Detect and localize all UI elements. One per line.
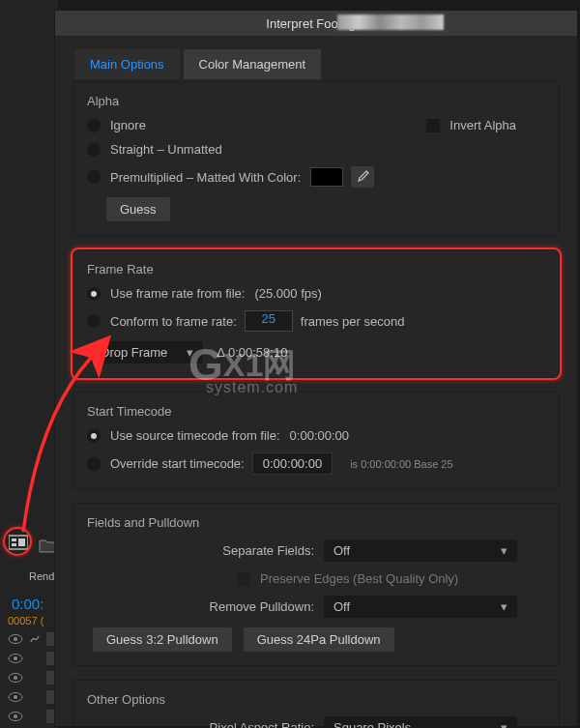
radio-use-file-framerate[interactable] xyxy=(87,287,101,301)
alpha-panel: Alpha Ignore Invert Alpha Straight – Unm… xyxy=(72,81,560,236)
par-value: Square Pixels xyxy=(334,720,411,728)
tab-main-options[interactable]: Main Options xyxy=(74,49,180,79)
radio-conform-framerate[interactable] xyxy=(87,314,101,328)
radio-premultiplied[interactable] xyxy=(87,170,101,184)
layer-visibility-row[interactable] xyxy=(8,711,23,722)
svg-point-13 xyxy=(14,695,17,699)
label-use-source-timecode: Use source timecode from file: xyxy=(110,428,280,443)
render-label: Rend xyxy=(29,570,54,582)
guess-24pa-pulldown-button[interactable]: Guess 24Pa Pulldown xyxy=(244,627,394,652)
interpret-footage-icon[interactable] xyxy=(6,530,31,555)
svg-point-9 xyxy=(14,656,17,660)
override-timecode-input[interactable]: 0:00:00:00 xyxy=(252,452,333,475)
remove-pulldown-value: Off xyxy=(334,599,350,614)
other-title: Other Options xyxy=(87,692,545,707)
radio-ignore[interactable] xyxy=(87,119,101,132)
chevron-down-icon: ▾ xyxy=(501,599,508,614)
chevron-down-icon: ▾ xyxy=(501,543,508,558)
svg-point-15 xyxy=(14,714,17,718)
title-bar: Interpret Footage: xyxy=(55,11,577,36)
label-conform-framerate: Conform to frame rate: xyxy=(110,314,237,329)
dropframe-dropdown[interactable]: Drop Frame ▾ xyxy=(91,341,203,364)
layer-visibility-row[interactable] xyxy=(8,672,23,684)
label-preserve-edges: Preserve Edges (Best Quality Only) xyxy=(260,571,458,586)
fps-suffix: frames per second xyxy=(301,314,405,329)
timecode-base-info: is 0:00:00:00 Base 25 xyxy=(350,458,452,470)
eyedropper-button[interactable] xyxy=(351,166,374,188)
label-invert-alpha: Invert Alpha xyxy=(450,118,516,132)
svg-rect-1 xyxy=(12,539,16,541)
radio-override-timecode[interactable] xyxy=(87,457,101,471)
other-options-panel: Other Options Pixel Aspect Ratio: Square… xyxy=(72,680,560,728)
starttc-title: Start Timecode xyxy=(87,404,545,419)
fields-title: Fields and Pulldown xyxy=(87,515,545,530)
separate-fields-dropdown[interactable]: Off ▾ xyxy=(324,539,517,562)
label-pixel-aspect-ratio: Pixel Aspect Ratio: xyxy=(87,720,314,728)
framerate-input[interactable]: 25 xyxy=(245,310,293,332)
checkbox-preserve-edges xyxy=(237,572,250,586)
source-timecode-value: 0:00:00:00 xyxy=(290,428,349,443)
label-straight: Straight – Unmatted xyxy=(110,142,222,157)
interpret-footage-dialog: Interpret Footage: Main Options Color Ma… xyxy=(54,10,578,727)
fields-pulldown-panel: Fields and Pulldown Separate Fields: Off… xyxy=(72,503,560,666)
framerate-title: Frame Rate xyxy=(87,262,545,277)
frame-display: 00057 ( xyxy=(8,615,44,626)
layer-visibility-row[interactable] xyxy=(8,653,23,664)
layer-visibility-row[interactable] xyxy=(8,691,23,703)
guess-alpha-button[interactable]: Guess xyxy=(106,197,170,221)
pixel-aspect-ratio-dropdown[interactable]: Square Pixels ▾ xyxy=(324,716,517,728)
svg-point-11 xyxy=(14,676,17,680)
timecode-display[interactable]: 0:00: xyxy=(12,596,44,612)
chevron-down-icon: ▾ xyxy=(187,345,193,360)
guess-32-pulldown-button[interactable]: Guess 3:2 Pulldown xyxy=(93,627,232,652)
svg-rect-3 xyxy=(18,539,25,546)
remove-pulldown-dropdown[interactable]: Off ▾ xyxy=(324,596,517,618)
tab-strip: Main Options Color Management xyxy=(74,49,577,79)
radio-straight[interactable] xyxy=(87,143,101,157)
alpha-title: Alpha xyxy=(87,94,545,108)
left-dock: Rend 0:00: 00057 ( xyxy=(0,0,58,728)
label-override-timecode: Override start timecode: xyxy=(110,456,245,471)
svg-rect-2 xyxy=(12,543,16,546)
label-remove-pulldown: Remove Pulldown: xyxy=(87,599,314,614)
svg-point-5 xyxy=(14,637,17,641)
label-ignore: Ignore xyxy=(110,118,146,132)
duration-delta: Δ 0:00:58:10 xyxy=(217,345,287,360)
framerate-panel: Frame Rate Use frame rate from file: (25… xyxy=(72,249,560,378)
label-separate-fields: Separate Fields: xyxy=(87,543,314,558)
radio-use-source-timecode[interactable] xyxy=(87,429,101,443)
dropframe-value: Drop Frame xyxy=(101,345,167,360)
label-premultiplied: Premultiplied – Matted With Color: xyxy=(110,170,301,185)
chevron-down-icon: ▾ xyxy=(501,720,508,728)
tab-color-management[interactable]: Color Management xyxy=(184,49,322,79)
label-use-file-framerate: Use frame rate from file: xyxy=(110,286,245,301)
file-fps-value: (25.000 fps) xyxy=(254,286,321,301)
separate-fields-value: Off xyxy=(334,543,350,558)
redacted-filename xyxy=(337,15,444,30)
checkbox-invert-alpha[interactable] xyxy=(426,119,440,132)
start-timecode-panel: Start Timecode Use source timecode from … xyxy=(72,392,560,489)
matte-color-swatch[interactable] xyxy=(310,167,343,187)
